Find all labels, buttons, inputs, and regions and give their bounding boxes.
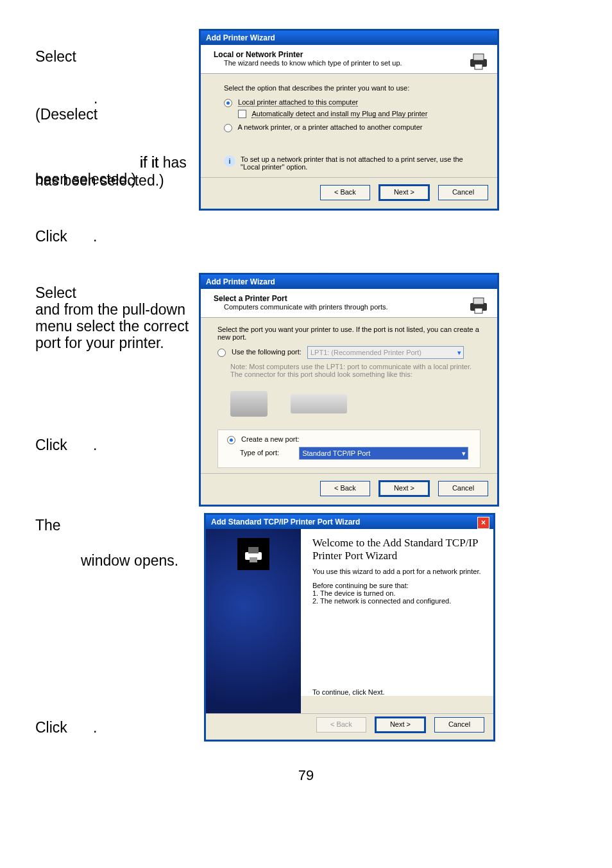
dlg2-header: Select a Printer Port Computers communic… (201, 289, 497, 318)
back-button[interactable]: < Back (320, 481, 370, 496)
dlg1-titlebar[interactable]: Add Printer Wizard (201, 31, 497, 45)
dlg3-buttons: < Back Next > Cancel (206, 713, 493, 740)
radio-create-label: Create a new port: (241, 435, 300, 443)
dlg2-buttons: < Back Next > Cancel (201, 473, 497, 505)
port-type-dropdown[interactable]: Standard TCP/IP Port (299, 447, 468, 460)
dlg3-welcome: Welcome to the Add Standard TCP/IP Print… (312, 537, 482, 562)
printer-icon (468, 50, 489, 73)
dlg3-intro: You use this wizard to add a port for a … (312, 568, 482, 575)
use-port-dropdown: LPT1: (Recommended Printer Port) (307, 346, 464, 359)
instr-click-1: Click (35, 228, 202, 245)
radio-indicator-icon (217, 349, 226, 357)
instr-select-1: Select (35, 48, 202, 65)
dlg1-header: Local or Network Printer The wizard need… (201, 45, 497, 74)
checkbox-auto-label: Automatically detect and install my Plug… (251, 110, 427, 118)
dlg3-content: Welcome to the Add Standard TCP/IP Print… (301, 529, 493, 696)
dlg3-before: Before continuing be sure that: (312, 582, 482, 589)
connector-illustration (230, 383, 480, 424)
instr-deselect: (Deselect (35, 106, 202, 123)
dlg2-note: Note: Most computers use the LPT1: port … (230, 363, 480, 378)
cancel-button[interactable]: Cancel (438, 481, 488, 496)
dialog-tcpip-port-wizard: Add Standard TCP/IP Printer Port Wizard … (204, 513, 495, 742)
dlg3-titlebar[interactable]: Add Standard TCP/IP Printer Port Wizard (206, 515, 493, 529)
svg-rect-4 (473, 298, 484, 304)
radio-create-port[interactable]: Create a new port: (227, 435, 471, 444)
next-button[interactable]: Next > (378, 184, 430, 201)
checkbox-auto-detect[interactable]: Automatically detect and install my Plug… (238, 110, 474, 119)
close-icon[interactable]: × (477, 517, 489, 529)
instr-dot-2: . (93, 228, 97, 245)
next-button[interactable]: Next > (378, 480, 430, 497)
checkbox-indicator-icon (238, 110, 246, 118)
instr-c1: The (35, 517, 202, 534)
dlg1-info-text: To set up a network printer that is not … (241, 155, 474, 171)
dlg2-body: Select the port you want your printer to… (201, 318, 497, 473)
instr-c2: window opens. (81, 552, 196, 569)
dlg2-header-title: Select a Printer Port (214, 294, 484, 303)
dlg3-pt2: 2. The network is connected and configur… (312, 597, 482, 605)
radio-indicator-icon (227, 436, 235, 444)
instr-b: Select and from the pull-down menu selec… (35, 284, 189, 351)
svg-rect-2 (475, 64, 482, 69)
radio-local-printer[interactable]: Local printer attached to this computer (224, 98, 474, 107)
radio-network-printer[interactable]: A network printer, or a printer attached… (224, 123, 474, 132)
instr-dot-1: . (94, 90, 106, 107)
dialog-select-port: Add Printer Wizard Select a Printer Port… (199, 273, 499, 507)
dlg1-buttons: < Back Next > Cancel (201, 177, 497, 209)
back-button[interactable]: < Back (320, 185, 370, 200)
cancel-button[interactable]: Cancel (438, 185, 488, 200)
instr-dot-3: . (93, 437, 97, 454)
info-icon: i (224, 155, 235, 167)
dlg2-header-sub: Computers communicate with printers thro… (224, 303, 484, 311)
dlg3-continue: To continue, click Next. (312, 688, 482, 696)
instr-dot-4: . (93, 719, 97, 736)
create-port-group: Create a new port: Type of port: Standar… (217, 430, 480, 468)
radio-indicator-icon (224, 124, 232, 132)
back-button: < Back (316, 717, 366, 733)
parallel-port-icon (230, 391, 268, 417)
dlg1-header-sub: The wizard needs to know which type of p… (224, 59, 484, 67)
dlg2-titlebar[interactable]: Add Printer Wizard (201, 275, 497, 289)
radio-network-label: A network printer, or a printer attached… (237, 123, 422, 131)
dlg1-header-title: Local or Network Printer (214, 50, 484, 59)
instr-click-3: Click (35, 719, 202, 736)
instr-a3-l2: has been selected.) (35, 172, 164, 189)
dialog-local-or-network: Add Printer Wizard Local or Network Prin… (199, 29, 499, 211)
printer-icon (468, 294, 489, 317)
printer-icon (237, 538, 269, 570)
instr-click-2: Click (35, 437, 202, 453)
next-button[interactable]: Next > (375, 716, 426, 733)
radio-use-port[interactable]: Use the following port: LPT1: (Recommend… (217, 346, 480, 359)
dlg2-lead: Select the port you want your printer to… (217, 326, 480, 341)
type-of-port-label: Type of port: (240, 449, 279, 456)
dlg1-lead: Select the option that describes the pri… (224, 84, 474, 92)
svg-rect-5 (475, 308, 482, 313)
svg-rect-1 (473, 54, 484, 60)
radio-indicator-icon (224, 99, 232, 107)
parallel-plug-icon (291, 394, 347, 413)
dlg3-pt1: 1. The device is turned on. (312, 589, 482, 597)
radio-local-label: Local printer attached to this computer (238, 98, 358, 107)
page-number: 79 (0, 767, 612, 784)
radio-use-label: Use the following port: (232, 348, 302, 356)
dlg3-sidebar (206, 529, 301, 721)
dlg1-info: i To set up a network printer that is no… (224, 155, 474, 171)
cancel-button[interactable]: Cancel (434, 717, 484, 733)
instr-a3-l1: if it (140, 154, 158, 171)
svg-rect-8 (250, 557, 257, 562)
dlg1-body: Select the option that describes the pri… (201, 74, 497, 177)
svg-rect-7 (248, 547, 259, 553)
